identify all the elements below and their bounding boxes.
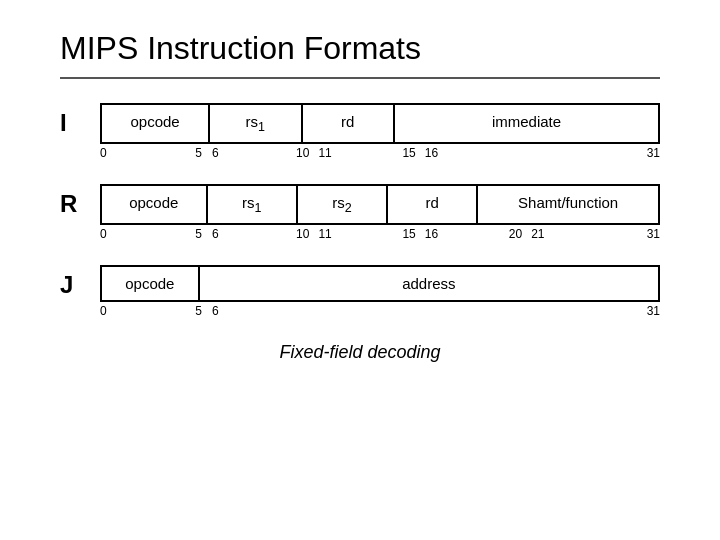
j-format-boxes: opcode address	[100, 265, 660, 302]
r-bit-31: 31	[647, 227, 660, 241]
r-rs1-box: rs1	[208, 186, 298, 223]
r-format-boxes: opcode rs1 rs2 rd Shamt/function	[100, 184, 660, 225]
r-bit-21: 21	[531, 227, 544, 241]
i-bit-0: 0	[100, 146, 107, 160]
i-format-boxes: opcode rs1 rd immediate	[100, 103, 660, 144]
page-title: MIPS Instruction Formats	[60, 30, 660, 67]
i-bit-11: 11	[318, 146, 331, 160]
i-format-content: opcode rs1 rd immediate 0 5 6 10 11 15 1…	[100, 103, 660, 162]
j-opcode-box: opcode	[102, 267, 200, 300]
j-format-content: opcode address 0 5 6 31	[100, 265, 660, 320]
r-bit-16: 16	[425, 227, 438, 241]
i-bit-6: 6	[212, 146, 219, 160]
i-opcode-box: opcode	[102, 105, 210, 142]
i-format-row: I opcode rs1 rd immediate 0 5 6 10 11 15…	[60, 103, 660, 162]
i-rs1-box: rs1	[210, 105, 302, 142]
j-bit-6: 6	[212, 304, 219, 318]
i-bit-15: 15	[402, 146, 415, 160]
i-bit-10: 10	[296, 146, 309, 160]
j-bit-5: 5	[195, 304, 202, 318]
r-bit-6: 6	[212, 227, 219, 241]
r-shamt-box: Shamt/function	[478, 186, 658, 223]
r-rd-box: rd	[388, 186, 478, 223]
i-bit-16: 16	[425, 146, 438, 160]
j-format-label: J	[60, 265, 100, 299]
r-bit-15: 15	[402, 227, 415, 241]
i-rd-box: rd	[303, 105, 395, 142]
r-format-row: R opcode rs1 rs2 rd Shamt/function 0 5 6…	[60, 184, 660, 243]
r-format-content: opcode rs1 rs2 rd Shamt/function 0 5 6 1…	[100, 184, 660, 243]
r-bit-10: 10	[296, 227, 309, 241]
title-divider	[60, 77, 660, 79]
i-bit-5: 5	[195, 146, 202, 160]
j-format-row: J opcode address 0 5 6 31	[60, 265, 660, 320]
r-bit-11: 11	[318, 227, 331, 241]
r-bit-20: 20	[509, 227, 522, 241]
r-opcode-box: opcode	[102, 186, 208, 223]
j-bit-31: 31	[647, 304, 660, 318]
r-format-label: R	[60, 184, 100, 218]
i-imm-box: immediate	[395, 105, 658, 142]
footer-text: Fixed-field decoding	[60, 342, 660, 363]
i-format-label: I	[60, 103, 100, 137]
j-address-box: address	[200, 267, 658, 300]
j-bit-0: 0	[100, 304, 107, 318]
r-bit-0: 0	[100, 227, 107, 241]
i-bit-31: 31	[647, 146, 660, 160]
r-rs2-box: rs2	[298, 186, 388, 223]
page: MIPS Instruction Formats I opcode rs1 rd…	[0, 0, 720, 540]
r-bit-5: 5	[195, 227, 202, 241]
